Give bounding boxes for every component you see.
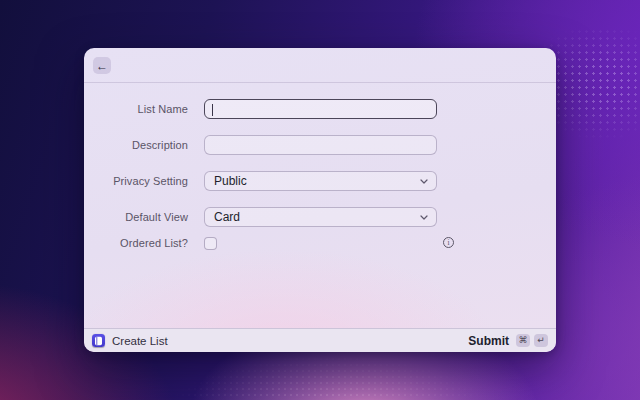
description-input[interactable] [204, 135, 437, 155]
form-row-list-name: List Name [84, 99, 556, 119]
default-view-dropdown[interactable]: Card [204, 207, 437, 227]
back-arrow-icon: ← [96, 60, 108, 72]
default-view-value: Card [214, 208, 240, 226]
list-name-input[interactable] [204, 99, 437, 119]
form-row-default-view: Default View Card [84, 207, 556, 227]
info-icon-glyph: i [447, 238, 449, 247]
create-list-dialog: ← List Name Description Privacy Setting … [84, 48, 556, 352]
chevron-down-icon [420, 215, 428, 220]
privacy-setting-dropdown[interactable]: Public [204, 171, 437, 191]
privacy-setting-label: Privacy Setting [84, 171, 188, 191]
dialog-action-bar: Create List Submit ⌘ ↵ [84, 328, 556, 352]
list-name-label: List Name [84, 99, 188, 119]
chevron-down-icon [420, 179, 428, 184]
submit-button[interactable]: Submit [468, 334, 509, 348]
form-row-privacy-setting: Privacy Setting Public [84, 171, 556, 191]
ordered-list-checkbox[interactable] [204, 237, 217, 250]
privacy-setting-value: Public [214, 172, 247, 190]
info-icon[interactable]: i [443, 237, 454, 248]
book-icon [92, 334, 105, 347]
return-key-icon: ↵ [534, 334, 548, 347]
ordered-list-label: Ordered List? [84, 237, 188, 250]
submit-action-group: Submit ⌘ ↵ [468, 334, 548, 348]
command-title: Create List [112, 335, 168, 347]
command-key-icon: ⌘ [516, 334, 530, 347]
text-caret [212, 104, 213, 116]
form-row-ordered-list: Ordered List? i [84, 237, 556, 257]
form-row-description: Description [84, 135, 556, 155]
back-button[interactable]: ← [93, 57, 111, 74]
dialog-header: ← [84, 48, 556, 83]
default-view-label: Default View [84, 207, 188, 227]
description-label: Description [84, 135, 188, 155]
